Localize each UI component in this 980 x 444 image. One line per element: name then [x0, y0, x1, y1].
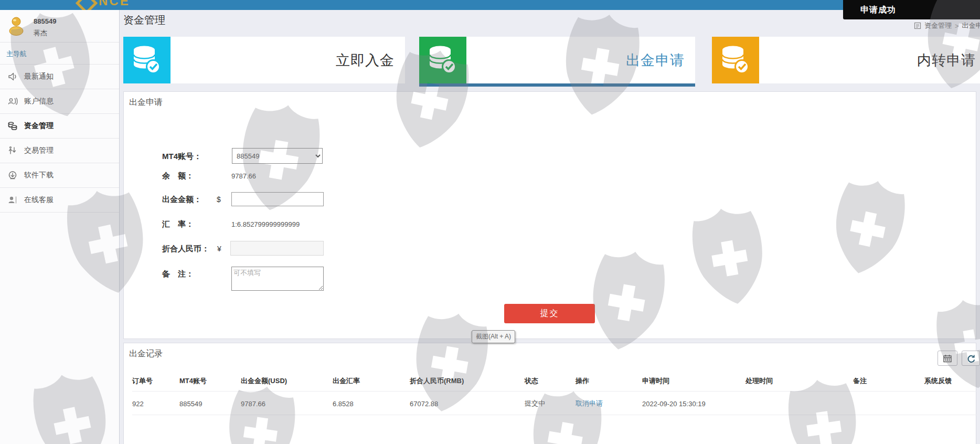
withdraw-records-table: 订单号 MT4账号 出金金额(USD) 出金汇率 折合人民币(RMB) 状态 操… [132, 373, 977, 415]
cell-order-id: 922 [132, 392, 179, 415]
mt4-account-select[interactable]: 885549 [232, 148, 323, 164]
sidebar-item-label: 账户信息 [24, 97, 54, 106]
tab-transfer[interactable]: 内转申请 [712, 37, 980, 83]
coins-check-icon [123, 37, 171, 83]
breadcrumb: 资金管理 > 出金申请 [914, 21, 980, 30]
cell-rmb: 67072.88 [410, 392, 525, 415]
sidebar-item-label: 资金管理 [24, 121, 54, 131]
sidebar-item-notices[interactable]: 最新通知 [0, 65, 119, 89]
cell-rate: 6.8528 [333, 392, 410, 415]
nav-list: 最新通知 账户信息 资金管理 交易管理 软件下载 [0, 64, 119, 213]
tab-deposit[interactable]: 立即入金 [123, 37, 405, 83]
col-process-time: 处理时间 [745, 373, 853, 392]
records-section-title: 出金记录 [129, 348, 163, 360]
cell-remark [853, 392, 924, 415]
contacts-icon [7, 96, 18, 107]
tab-withdraw[interactable]: 出金申请 [419, 37, 695, 83]
col-apply-time: 申请时间 [642, 373, 745, 392]
cell-process-time [745, 392, 853, 415]
screenshot-tooltip: 截图(Alt + A) [472, 330, 515, 343]
top-bar: NCE [0, 0, 980, 10]
sidebar-item-label: 软件下载 [24, 171, 54, 180]
refresh-button[interactable] [962, 351, 980, 366]
nav-section-label: 主导航 [6, 49, 27, 59]
speaker-icon [7, 71, 18, 82]
withdraw-form-panel: 出金申请 MT4账号： 885549 余 额： 9787.66 出金金额： $ … [123, 91, 976, 339]
support-person-icon [7, 195, 18, 205]
avatar [8, 16, 25, 36]
document-icon [914, 22, 921, 29]
breadcrumb-current: 出金申请 [962, 21, 980, 30]
remark-label: 备 注： [162, 269, 220, 279]
rmb-label: 折合人民币： [162, 244, 220, 254]
rate-value: 1:6.852799999999999 [231, 220, 300, 228]
sidebar-item-label: 交易管理 [24, 146, 54, 155]
cloud-download-icon [7, 170, 18, 181]
active-tab-underline [419, 83, 695, 87]
refresh-icon [966, 354, 976, 363]
col-order-id: 订单号 [132, 373, 179, 392]
withdraw-records-panel: 出金记录 订单号 MT4账号 出金金额(USD) 出金汇率 折合人民币(RMB)… [123, 343, 976, 444]
amount-input[interactable] [231, 192, 324, 206]
col-rate: 出金汇率 [333, 373, 410, 392]
sidebar-item-downloads[interactable]: 软件下载 [0, 163, 119, 188]
coins-icon [7, 121, 18, 131]
date-filter-button[interactable] [938, 351, 957, 366]
sidebar: 885549 蒋杰 主导航 最新通知 账户信息 资金管理 交易管理 [0, 10, 120, 444]
balance-label: 余 额： [162, 171, 220, 181]
user-name: 蒋杰 [34, 28, 47, 38]
tab-label: 内转申请 [759, 51, 980, 70]
balance-value: 9787.66 [231, 172, 256, 180]
user-block: 885549 蒋杰 [0, 10, 119, 43]
rmb-input [230, 241, 324, 256]
cell-mt4-account: 885549 [179, 392, 241, 415]
table-header-row: 订单号 MT4账号 出金金额(USD) 出金汇率 折合人民币(RMB) 状态 操… [132, 373, 977, 392]
sidebar-item-account-info[interactable]: 账户信息 [0, 89, 119, 114]
cell-apply-time: 2022-09-20 15:30:19 [642, 392, 745, 415]
dollar-prefix: $ [217, 195, 221, 204]
submit-button[interactable]: 提交 [504, 304, 595, 323]
yuan-prefix: ¥ [217, 245, 221, 253]
col-amount-usd: 出金金额(USD) [241, 373, 333, 392]
sidebar-item-label: 最新通知 [24, 72, 54, 81]
breadcrumb-separator: > [955, 22, 959, 30]
tab-label: 出金申请 [466, 51, 695, 70]
cell-feedback [924, 392, 977, 415]
col-status: 状态 [525, 373, 576, 392]
sidebar-item-funds[interactable]: 资金管理 [0, 114, 119, 139]
trade-icon [7, 145, 18, 156]
col-rmb: 折合人民币(RMB) [410, 373, 525, 392]
sidebar-item-label: 在线客服 [24, 195, 54, 205]
cancel-request-link[interactable]: 取消申请 [576, 399, 603, 407]
coins-check-icon [419, 37, 466, 83]
cell-status: 提交中 [525, 392, 576, 415]
col-action: 操作 [576, 373, 642, 392]
form-section-title: 出金申请 [129, 97, 163, 108]
sidebar-item-support[interactable]: 在线客服 [0, 188, 119, 213]
user-id: 885549 [34, 17, 56, 25]
brand-logo-icon [76, 0, 98, 10]
breadcrumb-section[interactable]: 资金管理 [924, 21, 952, 30]
mt4-account-label: MT4账号： [162, 152, 220, 162]
amount-label: 出金金额： [162, 195, 220, 205]
col-mt4-account: MT4账号 [179, 373, 241, 392]
col-remark: 备注 [853, 373, 924, 392]
success-toast: 申请成功 [843, 0, 980, 19]
tab-label: 立即入金 [171, 51, 405, 70]
coins-check-icon [712, 37, 759, 83]
brand-logo-text: NCE [99, 0, 130, 8]
cell-amount-usd: 9787.66 [241, 392, 333, 415]
page-title: 资金管理 [123, 13, 165, 27]
calendar-icon [943, 354, 952, 363]
table-row: 922 885549 9787.66 6.8528 67072.88 提交中 取… [132, 392, 977, 415]
remark-textarea[interactable] [231, 267, 324, 291]
rate-label: 汇 率： [162, 219, 220, 229]
sidebar-item-trading[interactable]: 交易管理 [0, 139, 119, 163]
col-feedback: 系统反馈 [924, 373, 977, 392]
